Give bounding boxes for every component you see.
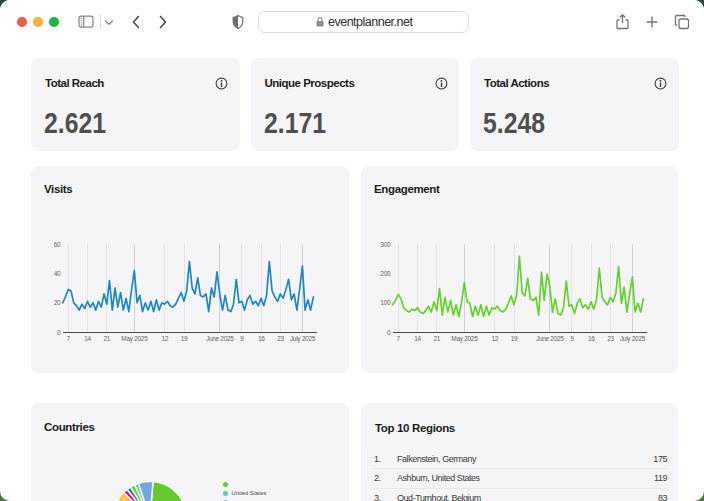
svg-text:40: 40 [54, 269, 61, 276]
svg-text:July 2025: July 2025 [290, 334, 316, 342]
svg-text:0: 0 [387, 328, 391, 335]
svg-text:16: 16 [588, 334, 595, 341]
svg-text:300: 300 [380, 240, 391, 247]
svg-text:21: 21 [103, 334, 110, 341]
svg-text:May 2025: May 2025 [121, 334, 148, 342]
svg-text:200: 200 [380, 269, 391, 276]
svg-text:19: 19 [511, 334, 518, 341]
svg-text:0: 0 [57, 328, 61, 335]
svg-text:12: 12 [161, 334, 168, 341]
svg-text:21: 21 [433, 334, 440, 341]
svg-text:14: 14 [84, 334, 91, 341]
svg-text:60: 60 [54, 240, 61, 247]
svg-text:June 2025: June 2025 [536, 334, 564, 341]
svg-text:9: 9 [570, 334, 574, 341]
svg-text:23: 23 [607, 334, 614, 341]
svg-text:7: 7 [397, 334, 401, 341]
svg-text:16: 16 [258, 334, 265, 341]
svg-text:9: 9 [240, 334, 244, 341]
svg-text:14: 14 [414, 334, 421, 341]
svg-text:May 2025: May 2025 [451, 334, 478, 342]
svg-text:23: 23 [277, 334, 284, 341]
svg-text:19: 19 [181, 334, 188, 341]
svg-text:20: 20 [54, 299, 61, 306]
svg-text:100: 100 [380, 299, 391, 306]
svg-text:7: 7 [67, 334, 71, 341]
svg-text:June 2025: June 2025 [206, 334, 234, 341]
svg-text:July 2025: July 2025 [620, 334, 646, 342]
svg-text:12: 12 [491, 334, 498, 341]
